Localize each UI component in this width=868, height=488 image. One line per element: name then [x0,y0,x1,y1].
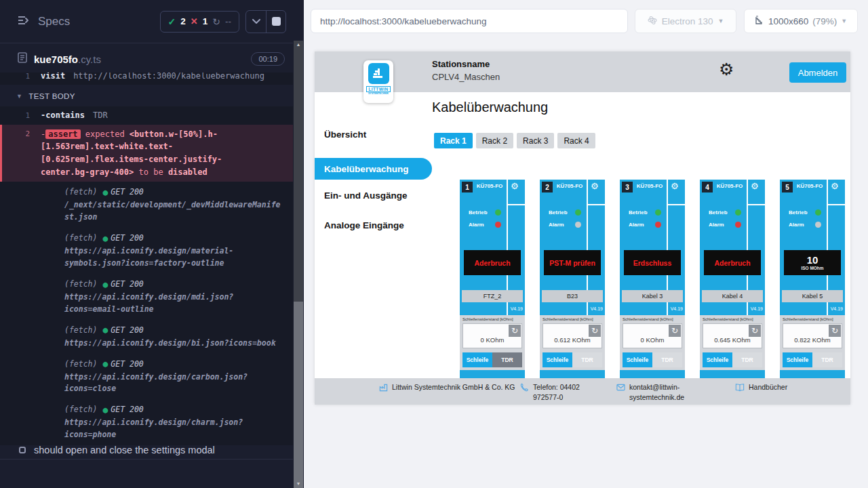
schleife-button[interactable]: Schleife [783,352,812,367]
sidebar-item-ein-und-ausgaenge[interactable]: Ein- und Ausgänge [324,190,408,201]
schleife-button[interactable]: Schleife [542,352,572,367]
module-title: KÜ705-FO [793,183,827,189]
fetch-log-row[interactable]: (fetch)●GET 200 https://api.iconify.desi… [0,274,293,320]
fetch-status: GET 200 [111,359,143,371]
schleife-button[interactable]: Schleife [462,352,492,367]
chevron-down-icon: ▼ [717,18,724,24]
divider [587,302,588,315]
status-display: Aderbruch [704,250,761,275]
tab-rack-4[interactable]: Rack 4 [557,133,595,148]
module-title: KÜ705-FO [473,183,507,189]
refresh-icon[interactable]: ↻ [829,325,841,337]
alarm-label: Alarm [709,222,724,228]
url-bar[interactable] [311,9,628,33]
browser-selector[interactable]: Electron 130 ▼ [635,9,736,33]
ruler-icon [755,16,764,27]
refresh-icon[interactable]: ↻ [669,325,681,337]
station-label: Stationsname [432,59,490,69]
fetch-url: https://api.iconify.design/carbon.json?i… [64,371,283,396]
scroll-down-icon[interactable]: ▼ [294,480,303,488]
logo-text: LITTWIN [366,86,390,92]
betrieb-led [815,209,821,216]
measurement-panel: Schleifenwiderstand [kOhm] ↻ 0.612 KOhm … [540,315,605,370]
line-number: 1 [0,73,41,82]
status-dot-icon: ● [102,357,108,371]
schleife-button[interactable]: Schleife [703,352,732,367]
module-number: 1 [462,182,473,192]
fetch-log-row[interactable]: (fetch)●GET 200 https://api.iconify.desi… [0,228,293,274]
test-body-section[interactable]: ▼ TEST BODY [0,85,293,106]
refresh-icon[interactable]: ↻ [589,325,601,337]
footer-manuals[interactable]: Handbücher [735,382,787,392]
test-stats: ✓ 2 ✕ 1 ↻ -- [160,11,239,33]
specs-label[interactable]: Specs [38,15,70,28]
status-text: Aderbruch [714,259,750,267]
module-title: KÜ705-FO [713,183,747,189]
tdr-button-disabled[interactable]: TDR [732,352,762,367]
fetch-url: https://api.iconify.design/charm.json?ic… [64,417,283,441]
fetch-log-row[interactable]: (fetch)●GET 200 https://api.iconify.desi… [0,319,293,353]
logout-button[interactable]: Abmelden [789,62,846,83]
fetch-log-row[interactable]: (fetch)●GET 200 https://api.iconify.desi… [0,399,293,445]
assert-failed-row[interactable]: 2 -assert expected <button.w-[50%].h-[1.… [0,125,293,182]
module-gear-icon[interactable]: ⚙ [591,182,599,190]
module-title: KÜ705-FO [553,183,587,189]
alarm-label: Alarm [469,222,484,228]
scrollbar-thumb[interactable] [294,302,303,488]
specs-list-icon[interactable] [18,16,30,28]
visit-command-row[interactable]: 1 visithttp://localhost:3000/kabelueberw… [0,73,293,85]
module-gear-icon[interactable]: ⚙ [831,182,839,190]
tdr-button-disabled[interactable]: TDR [652,352,682,367]
viewport-selector[interactable]: 1000x660 (79%) ▼ [744,9,858,33]
module-gear-icon[interactable]: ⚙ [511,182,519,190]
module-number: 2 [542,182,553,192]
stop-button[interactable] [266,11,285,33]
settings-gear-icon[interactable]: ⚙ [719,61,734,78]
next-test-title: should open and close the settings modal [34,445,215,455]
fetch-log-row[interactable]: (fetch)●GET 200 /_next/static/developmen… [0,182,293,228]
fetch-status: GET 200 [111,186,143,199]
refresh-icon[interactable]: ↻ [509,325,521,337]
divider [827,302,828,315]
viewport-size: 1000x660 [768,16,808,26]
reporter-scrollbar[interactable]: ▲ ▼ [293,0,304,488]
scrollbar-track[interactable]: ▲ ▼ [294,41,303,488]
measurement-panel: Schleifenwiderstand [kOhm] ↻ 0 KOhm Schl… [460,315,525,370]
sidebar-item-kabelueberwachung[interactable]: Kabelüberwachung [315,158,432,180]
run-controls [245,10,286,33]
test-body-label: TEST BODY [28,92,75,100]
tab-rack-2[interactable]: Rack 2 [476,133,513,148]
sidebar-item-uebersicht[interactable]: Übersicht [324,129,366,140]
tab-rack-3[interactable]: Rack 3 [517,133,554,148]
tdr-button-disabled[interactable]: TDR [812,352,842,367]
chevron-down-icon: ▼ [841,18,847,24]
logo-subtext: SYSTEMTECHNIK [368,92,389,95]
next-test-row[interactable]: should open and close the settings modal [0,439,293,461]
app-header [315,52,850,92]
sidebar-item-analoge-eingaenge[interactable]: Analoge Eingänge [324,220,404,230]
alarm-led [575,222,581,228]
module-gear-icon[interactable]: ⚙ [671,182,679,190]
spec-file-row[interactable]: kue705fo.cy.ts 00:19 [0,43,293,73]
footer-email-text: kontakt@littwin-systemtechnik.de [629,382,705,403]
tab-rack-1[interactable]: Rack 1 [434,133,473,148]
schleife-button[interactable]: Schleife [623,352,652,367]
collapse-button[interactable] [246,11,266,33]
module-gear-icon[interactable]: ⚙ [751,182,759,190]
fetch-log-row[interactable]: (fetch)●GET 200 https://api.iconify.desi… [0,353,293,399]
resistance-label: Schleifenwiderstand [kOhm] [542,317,593,321]
cable-module-card: 5 KÜ705-FO ⚙ Betrieb Alarm 10 ISO MOhm K… [780,180,845,378]
betrieb-led [575,209,581,216]
contains-command-row[interactable]: 1 -containsTDR [0,106,293,125]
url-input[interactable] [320,16,618,26]
chevron-down-icon: ▼ [16,93,22,100]
tdr-button-disabled[interactable]: TDR [572,352,602,367]
tdr-button[interactable]: TDR [492,352,522,367]
book-icon [735,383,745,392]
scroll-up-icon[interactable]: ▲ [294,41,303,49]
refresh-icon[interactable]: ↻ [749,325,761,337]
fetch-status: GET 200 [111,404,143,416]
divider [668,204,685,205]
firmware-version: V4.19 [511,306,523,311]
assert-message: -assert expected <button.w-[50%].h-[1.56… [41,128,264,178]
